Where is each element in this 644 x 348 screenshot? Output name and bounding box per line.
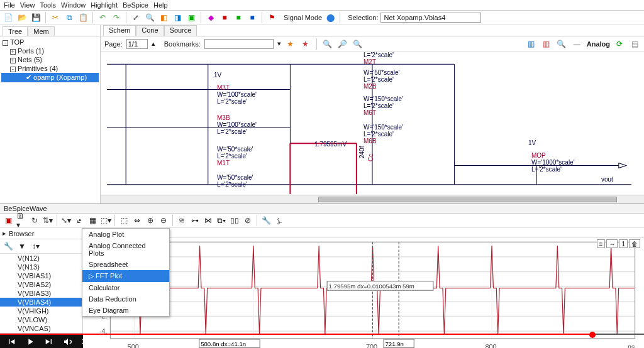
find2-icon[interactable]: 🔎 — [337, 38, 348, 50]
next-icon[interactable] — [44, 337, 54, 347]
wave-reload-icon[interactable]: ↻ — [29, 215, 40, 226]
tab-tree[interactable]: Tree — [3, 26, 28, 36]
ctx-item[interactable]: Analog Connected Plots — [82, 240, 169, 259]
plot-opt-fit[interactable]: ↔ — [606, 239, 618, 248]
tree-node[interactable]: +Nets (5) — [1, 55, 99, 64]
wave-g-icon[interactable]: 🔧 — [260, 215, 272, 226]
tree-node[interactable]: -Primitives (4) — [1, 64, 99, 73]
signal-item[interactable]: V(VNCAS) — [0, 324, 82, 333]
tab-schem[interactable]: Schem — [103, 25, 136, 36]
new-icon[interactable]: 📄 — [3, 12, 14, 23]
paste-icon[interactable]: 📋 — [77, 12, 89, 23]
tool-b-icon[interactable]: ◨ — [172, 12, 183, 23]
bookmarks-input[interactable] — [204, 39, 274, 49]
wave-rec-icon[interactable]: ▣ — [3, 215, 14, 226]
browser-tool1-icon[interactable]: 🔧 — [3, 241, 14, 252]
tool-a-icon[interactable]: ◧ — [158, 12, 169, 23]
wave-e-icon[interactable]: ▯▯ — [229, 215, 240, 226]
tree-node[interactable]: +Ports (1) — [1, 46, 99, 55]
wave-grid-icon[interactable]: ▦ — [87, 215, 98, 226]
menu-view[interactable]: View — [20, 1, 35, 9]
signal-item[interactable]: V(VBIAS1) — [0, 271, 82, 280]
tab-mem[interactable]: Mem — [28, 26, 54, 36]
tree-node[interactable]: ✔ opamp (Xopamp) — [1, 73, 99, 82]
video-progress[interactable] — [0, 334, 644, 335]
wave-zoomx-icon[interactable]: ⇔ — [131, 215, 143, 226]
find3-icon[interactable]: 🔍 — [352, 38, 364, 50]
tab-cone[interactable]: Cone — [136, 25, 164, 36]
bm-del-icon[interactable]: ★ — [300, 38, 311, 50]
signal-item[interactable]: V(VBIAS2) — [0, 280, 82, 289]
wave-h-icon[interactable]: ⍼ — [274, 215, 285, 226]
view-b-icon[interactable]: ▥ — [541, 38, 552, 50]
browser-expand-icon[interactable]: ▸ — [3, 229, 6, 237]
wave-sync-icon[interactable]: ⇅▾ — [42, 215, 53, 226]
signal-item[interactable]: V(VLOW) — [0, 315, 82, 324]
schem-hscroll[interactable] — [101, 195, 644, 204]
signal-item[interactable]: V(N12) — [0, 254, 82, 263]
play-icon[interactable] — [25, 337, 35, 347]
wave-meas-icon[interactable]: ⸙ — [74, 215, 85, 226]
page-input[interactable] — [126, 39, 148, 49]
ctx-item[interactable]: Eye Diagram — [82, 305, 169, 316]
menu-bespice[interactable]: BeSpice — [123, 1, 148, 9]
context-menu[interactable]: Analog PlotAnalog Connected PlotsSpreads… — [82, 228, 170, 317]
menu-help[interactable]: Help — [153, 1, 168, 9]
zoom-fit-icon[interactable]: ⤢ — [130, 12, 142, 23]
open-icon[interactable]: 📂 — [16, 12, 28, 23]
signal-item[interactable]: V(N13) — [0, 263, 82, 271]
signal-item[interactable]: V(VBIAS3) — [0, 289, 82, 298]
menu-file[interactable]: File — [4, 1, 15, 9]
menu-window[interactable]: Window — [61, 1, 86, 9]
tool-g-icon[interactable]: ■ — [247, 12, 258, 23]
wave-cursor-icon[interactable]: ⤡▾ — [60, 215, 72, 226]
tool-c-icon[interactable]: ▣ — [186, 12, 197, 23]
signal-item[interactable]: V(VBIAS4) — [0, 298, 82, 307]
ctx-item[interactable]: Data Reduction — [82, 293, 169, 305]
signal-item[interactable]: V(VHIGH) — [0, 307, 82, 315]
save-icon[interactable]: 💾 — [30, 12, 42, 23]
wave-a-icon[interactable]: ≋ — [176, 215, 187, 226]
plot-opt-trash[interactable]: 🗑 — [629, 239, 640, 248]
find-icon[interactable]: 🔍 — [322, 38, 333, 50]
signal-mode-toggle[interactable]: ⬤ — [325, 12, 336, 23]
bm-add-icon[interactable]: ★ — [285, 38, 296, 50]
tree-node[interactable]: -TOP — [1, 38, 99, 46]
tool-d-icon[interactable]: ◆ — [205, 12, 216, 23]
view-a-icon[interactable]: ▥ — [526, 38, 537, 50]
plot-opt-single[interactable]: 1 — [619, 239, 628, 248]
ctx-item[interactable]: ▷ FFT Plot — [82, 270, 169, 282]
wave-f-icon[interactable]: ⊘ — [242, 215, 253, 226]
signal-list[interactable]: V(N12)V(N13)V(VBIAS1)V(VBIAS2)V(VBIAS3)V… — [0, 254, 82, 333]
ctx-item[interactable]: Spreadsheet — [82, 259, 169, 270]
refresh-icon[interactable]: ⟳ — [614, 38, 625, 50]
zoom-in-icon[interactable]: 🔍 — [144, 12, 155, 23]
volume-icon[interactable] — [63, 337, 73, 347]
wave-step-icon[interactable]: ⬚▾ — [100, 215, 111, 226]
wave-zoomout-icon[interactable]: ⊖ — [158, 215, 169, 226]
wave-c-icon[interactable]: ⋈ — [203, 215, 214, 226]
cut-icon[interactable]: ✂ — [50, 12, 61, 23]
flag-icon[interactable]: ⚑ — [266, 12, 277, 23]
copy-icon[interactable]: ⧉ — [64, 12, 75, 23]
schematic-canvas[interactable]: 1V M3TW='100*scale'L='2*scale' M3BW='100… — [101, 52, 644, 204]
browser-sort-icon[interactable]: ↕▾ — [30, 241, 42, 252]
plot-opt-menu[interactable]: ≡ — [597, 239, 606, 248]
ctx-item[interactable]: Analog Plot — [82, 229, 169, 240]
wave-zoomin-icon[interactable]: ⊕ — [145, 215, 156, 226]
selection-value[interactable]: Net Xopamp.Vbias4 — [380, 13, 481, 23]
view-zoom-icon[interactable]: 🔍 — [556, 38, 567, 50]
menu-tools[interactable]: Tools — [40, 1, 56, 9]
menu-highlight[interactable]: Highlight — [91, 1, 118, 9]
undo-icon[interactable]: ↶ — [97, 12, 108, 23]
prev-icon[interactable] — [6, 337, 16, 347]
wave-zoomfull-icon[interactable]: ⬚ — [118, 215, 130, 226]
tool-f-icon[interactable]: ■ — [233, 12, 244, 23]
tab-source[interactable]: Source — [164, 25, 197, 36]
layers-icon[interactable]: ▤ — [629, 38, 640, 50]
wave-d-icon[interactable]: ⧉▾ — [216, 215, 227, 226]
wave-b-icon[interactable]: ⊶ — [189, 215, 201, 226]
redo-icon[interactable]: ↷ — [111, 12, 122, 23]
wave-save-icon[interactable]: 🖺▾ — [16, 215, 27, 226]
tool-e-icon[interactable]: ■ — [219, 12, 230, 23]
